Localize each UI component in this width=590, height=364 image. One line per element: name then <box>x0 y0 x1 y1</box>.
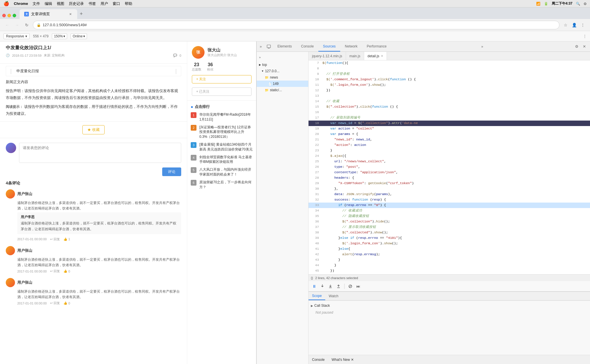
file-menu-item[interactable]: 文件 <box>33 1 40 6</box>
tab-performance[interactable]: Performance <box>362 41 391 52</box>
refresh-button[interactable]: ↻ <box>23 21 31 29</box>
comment-like-btn-1[interactable]: 👍 1 <box>63 237 70 241</box>
zoom-label: 150% <box>54 34 63 38</box>
tab-elements[interactable]: Elements <box>273 41 296 52</box>
tab-close-button[interactable]: ✕ <box>68 12 73 16</box>
article-title: 中发量化效治议口上1/ <box>6 45 181 51</box>
file-tree-more-icon[interactable]: » <box>259 56 261 59</box>
call-stack-content: Not paused <box>309 309 590 316</box>
tab-detail-js[interactable]: detail.js ✕ <box>364 52 387 60</box>
console-bottom-tab[interactable]: Console <box>309 355 328 364</box>
news-title-4[interactable]: 剑指全球贸易数字化标准 马士基牵手IBM探索区块链应用 <box>199 155 253 165</box>
window-menu-item[interactable]: 窗口 <box>113 1 120 6</box>
file-tree-149[interactable]: 📄 149 <box>257 81 308 87</box>
view-menu-item[interactable]: 视图 <box>57 1 64 6</box>
close-window-button[interactable] <box>2 14 6 17</box>
chrome-menu-button[interactable]: ⋮ <box>579 21 587 29</box>
account-button[interactable]: 👤 <box>570 21 578 29</box>
comment-user-2: 用户张山 <box>6 246 181 255</box>
code-line-23: 23 } <box>309 148 590 153</box>
file-tree-top[interactable]: ▶ top <box>257 62 308 68</box>
deactivate-button[interactable] <box>347 283 354 290</box>
bookmarks-menu-item[interactable]: 书签 <box>88 1 96 6</box>
favor-button[interactable]: ★ 收藏 <box>82 125 105 134</box>
hot-news-panel: ● 点击排行 1 华尔街见闻早餐FM-Radio[2018年1月11日] 2 [… <box>187 101 256 196</box>
comment-reply-btn-2[interactable]: ↩ 回复 <box>50 269 60 273</box>
step-over-button[interactable] <box>319 283 326 290</box>
tab-watch[interactable]: Watch <box>325 292 342 300</box>
news-title-3[interactable]: [黄金展报] 黄金站稳1340创四个月新高 美元连跌四日油价突破70美元 <box>199 142 253 152</box>
dont-pause-button[interactable]: ⏭ <box>355 283 362 290</box>
profile-name: 张大山 <box>207 47 237 53</box>
user-menu-item[interactable]: 用户 <box>101 1 108 6</box>
comment-reply-btn-1[interactable]: ↩ 回复 <box>50 237 60 241</box>
comment-reply-btn-3[interactable]: ↩ 回复 <box>50 301 60 305</box>
code-line-33: 33 if (resp.errno == "0") { <box>309 203 590 208</box>
active-tab[interactable]: 文 文章详情页 ✕ <box>20 9 77 19</box>
help-menu-item[interactable]: 帮助 <box>125 1 132 6</box>
address-bar[interactable]: 🔒 127.0.0.1:5000/news/149# <box>33 21 559 29</box>
apple-menu[interactable]: 🍎 <box>3 1 9 6</box>
comment-like-btn-3[interactable]: 👍 0 <box>63 301 70 305</box>
devtools-more-tabs[interactable]: » <box>479 41 486 52</box>
code-line-11: 11 $('.login_form_con').show(); <box>309 82 590 88</box>
file-tree-news[interactable]: 📁 news <box>257 74 308 81</box>
whats-new-tab[interactable]: What's New ✕ <box>328 355 357 364</box>
history-menu-item[interactable]: 历史记录 <box>69 1 84 6</box>
close-detail-js-tab[interactable]: ✕ <box>381 54 383 58</box>
news-title-2[interactable]: [兴证策略—投资者行为] 12月证券投资类私募管理规模环比上升0.3%（2018… <box>199 125 253 139</box>
svg-rect-1 <box>268 48 270 48</box>
status-text: 2 lines, 42 characters selected <box>315 276 358 280</box>
file-tree-domain[interactable]: ▼ 127.0.0... <box>257 68 308 74</box>
content-label-text: 申度量化日报 <box>12 69 39 73</box>
search-menubar-icon[interactable]: 🔍 <box>576 2 580 6</box>
code-editor[interactable]: 7 $(function(){ 8 9 // 打开登录框 10 <box>309 60 590 274</box>
step-into-button[interactable] <box>327 283 334 290</box>
comment-input[interactable] <box>19 143 181 163</box>
tab-main-js[interactable]: main.js <box>346 52 364 60</box>
file-tree-static[interactable]: 📁 static/... <box>257 87 308 93</box>
not-paused-indicator: Not paused <box>315 310 333 315</box>
back-button[interactable]: ← <box>3 21 11 29</box>
pause-button[interactable]: ⏸ <box>311 283 318 290</box>
tab-network[interactable]: Network <box>340 41 362 52</box>
followed-button[interactable]: + 已关注 <box>192 87 251 96</box>
tab-sources[interactable]: Sources <box>318 41 340 52</box>
devtools-expand-icon[interactable]: » <box>257 41 265 52</box>
static-folder-icon: 📁 <box>265 88 269 92</box>
comment-submit-button[interactable]: 评论 <box>162 167 181 176</box>
news-title-5[interactable]: 八大风口开放，与国内外顶尖经济学家面对面的机会来了！ <box>199 167 253 177</box>
expand-icon-2: ▼ <box>261 70 264 73</box>
maximize-window-button[interactable] <box>13 14 16 17</box>
bookmark-button[interactable]: ☆ <box>562 21 569 29</box>
comment-date-3: 2017-01-01 00:00:00 <box>17 302 47 305</box>
comment-actions-1: 2017-01-01 00:00:00 ↩ 回复 👍 1 <box>17 237 181 241</box>
devtools-close-icon[interactable]: ✕ <box>581 43 588 50</box>
chrome-menu-item[interactable]: Chrome <box>14 1 28 6</box>
tab-jquery[interactable]: jquery-1.12.4.min.js <box>309 52 346 60</box>
comment-icon: 💬 <box>173 54 177 57</box>
device-selector[interactable]: Responsive ▾ <box>3 33 30 39</box>
edit-menu-item[interactable]: 编辑 <box>45 1 52 6</box>
webpage-area: 中发量化效治议口上1/ 🕐 2018-01-17 23:59:59 来源: 定制… <box>0 41 256 364</box>
zoom-selector[interactable]: 150% ▾ <box>52 33 67 39</box>
more-options-icon[interactable]: ⋮ <box>583 34 587 38</box>
news-num-4: 4 <box>191 155 196 161</box>
news-title-6[interactable]: 原油突破70之后，下一步将走向何方？ <box>199 180 253 190</box>
follow-button[interactable]: + 关注 <box>192 75 251 83</box>
news-title-1[interactable]: 华尔街见闻早餐FM-Radio[2018年1月11日] <box>199 112 253 122</box>
profile-avatar: 张 <box>192 46 205 59</box>
step-out-button[interactable] <box>335 283 342 290</box>
minimize-window-button[interactable] <box>7 14 11 17</box>
tab-scope[interactable]: Scope <box>309 292 325 300</box>
devtools-settings-icon[interactable]: ⚙ <box>573 43 580 50</box>
call-stack-header[interactable]: ▶ Call Stack <box>309 302 590 309</box>
tab-console[interactable]: Console <box>296 41 318 52</box>
file-tree-panel: » ▶ top ▼ 127.0.0... 📁 news <box>257 52 309 364</box>
forward-button[interactable]: → <box>13 21 21 29</box>
network-selector[interactable]: Online ▾ <box>71 33 87 39</box>
siri-icon[interactable]: ⊙ <box>584 2 587 6</box>
new-tab-button[interactable]: + <box>77 10 85 18</box>
devtools-device-icon[interactable] <box>265 41 273 52</box>
comment-like-btn-2[interactable]: 👍 0 <box>63 269 70 273</box>
